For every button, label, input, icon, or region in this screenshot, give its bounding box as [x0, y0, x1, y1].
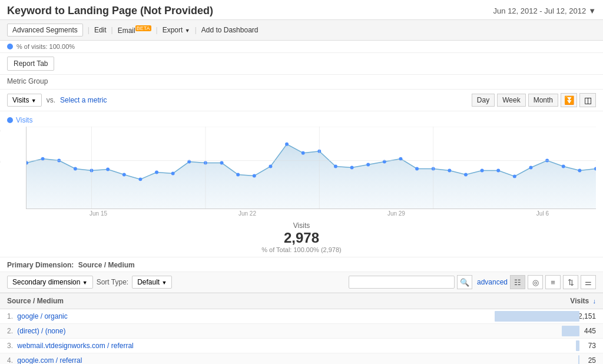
table-row: 4. google.com / referral 25	[0, 353, 603, 365]
svg-point-16	[285, 143, 289, 146]
bar-chart-icon-button[interactable]: ◫	[579, 93, 596, 107]
svg-point-33	[562, 165, 565, 168]
svg-point-26	[448, 168, 451, 172]
sort-type-button[interactable]: Default ▼	[132, 276, 172, 289]
svg-point-24	[415, 167, 419, 171]
svg-point-30	[513, 174, 516, 178]
svg-point-1	[41, 157, 45, 161]
cell-source: 1. google / organic	[0, 309, 470, 324]
x-label-jun29: Jun 29	[387, 210, 405, 217]
cell-source: 3. webmail.vtdesignworks.com / referral	[0, 339, 470, 353]
row-num: 3.	[7, 342, 13, 350]
page-title: Keyword to Landing Page (Not Provided)	[7, 5, 213, 17]
legend-dot	[7, 117, 13, 123]
metric-group-bar: Metric Group	[0, 75, 603, 90]
svg-point-28	[481, 168, 484, 172]
summary-value: 2,978	[7, 230, 596, 246]
source-link[interactable]: webmail.vtdesignworks.com / referral	[17, 342, 133, 350]
summary-metric-name: Visits	[7, 221, 596, 230]
x-label-jun22: Jun 22	[238, 210, 256, 217]
chart-controls: Visits ▼ vs. Select a metric Day Week Mo…	[0, 90, 603, 111]
advanced-segments-button[interactable]: Advanced Segments	[7, 24, 83, 37]
secondary-dim-arrow: ▼	[82, 280, 88, 286]
svg-point-8	[155, 170, 158, 174]
search-input[interactable]	[349, 276, 455, 289]
add-to-dashboard-link[interactable]: Add to Dashboard	[201, 26, 259, 34]
page-header: Keyword to Landing Page (Not Provided) J…	[0, 0, 603, 20]
date-range-text: Jun 12, 2012 - Jul 12, 2012	[493, 6, 587, 15]
toolbar: Advanced Segments | Edit | EmailBETA | E…	[0, 20, 603, 41]
metric-group-label: Metric Group	[7, 77, 48, 85]
segment-dot	[7, 44, 13, 49]
month-button[interactable]: Month	[528, 94, 558, 107]
svg-point-29	[496, 168, 500, 172]
sort-type-arrow: ▼	[162, 280, 167, 286]
cell-source: 2. (direct) / (none)	[0, 324, 470, 339]
svg-point-34	[578, 168, 581, 172]
svg-point-12	[220, 161, 224, 165]
svg-point-9	[171, 171, 175, 175]
source-link[interactable]: google.com / referral	[17, 356, 82, 364]
email-label: Email	[118, 27, 135, 35]
report-tab-button[interactable]: Report Tab	[7, 57, 54, 71]
col-source-medium: Source / Medium	[0, 293, 470, 309]
svg-point-5	[106, 168, 110, 171]
cell-visits: 445	[470, 324, 603, 339]
segment-text: % of visits: 100.00%	[16, 43, 75, 50]
svg-point-19	[334, 165, 337, 168]
sort-icon: ↓	[593, 297, 597, 305]
segment-bar: % of visits: 100.00%	[0, 41, 603, 53]
y-label-200: 200	[0, 128, 1, 134]
svg-point-15	[269, 165, 272, 168]
time-buttons: Day Week Month ⏬ ◫	[472, 93, 596, 107]
sort-type-value: Default	[137, 278, 160, 286]
pie-view-button[interactable]: ◎	[528, 275, 543, 289]
vs-text: vs.	[47, 96, 55, 104]
table-row: 3. webmail.vtdesignworks.com / referral …	[0, 339, 603, 353]
secondary-dim-label: Secondary dimension	[12, 278, 80, 286]
cell-visits: 25	[470, 353, 603, 365]
svg-point-14	[253, 174, 256, 177]
email-link[interactable]: EmailBETA	[118, 25, 151, 35]
advanced-link[interactable]: advanced	[477, 278, 508, 286]
export-link[interactable]: Export ▼	[163, 26, 190, 34]
legend-label: Visits	[16, 116, 32, 124]
pivot-view-button[interactable]: ⇅	[563, 275, 578, 289]
svg-point-31	[529, 166, 533, 170]
week-button[interactable]: Week	[497, 94, 525, 107]
secondary-dimension-button[interactable]: Secondary dimension ▼	[7, 276, 93, 289]
report-tab-section: Report Tab	[0, 53, 603, 75]
day-button[interactable]: Day	[472, 94, 495, 107]
metric-dropdown[interactable]: Visits ▼	[7, 94, 42, 107]
line-chart-icon-button[interactable]: ⏬	[561, 93, 577, 107]
row-num: 2.	[7, 327, 13, 335]
source-link[interactable]: google / organic	[17, 312, 67, 320]
cell-visits: 2,151	[470, 309, 603, 324]
svg-point-21	[366, 163, 370, 167]
table-row: 1. google / organic 2,151	[0, 309, 603, 324]
y-label-100: 100	[0, 159, 1, 166]
metric-arrow: ▼	[31, 98, 37, 104]
sort-type-label: Sort Type:	[97, 278, 128, 286]
col-visits: Visits ↓	[470, 293, 603, 309]
visits-legend: Visits	[7, 116, 596, 124]
svg-point-23	[399, 157, 402, 161]
export-label: Export	[163, 26, 183, 34]
svg-point-7	[138, 177, 142, 181]
svg-point-3	[74, 167, 77, 171]
table-view-button[interactable]: ☷	[510, 275, 525, 289]
svg-point-17	[302, 151, 305, 155]
summary-section: Visits 2,978 % of Total: 100.00% (2,978)	[0, 217, 603, 257]
primary-dimension-bar: Primary Dimension: Source / Medium	[0, 257, 603, 272]
search-button[interactable]: 🔍	[457, 275, 472, 289]
date-range: Jun 12, 2012 - Jul 12, 2012 ▼	[493, 6, 596, 15]
custom-view-button[interactable]: ⚌	[581, 275, 596, 289]
row-num: 4.	[7, 356, 13, 364]
edit-link[interactable]: Edit	[94, 26, 107, 34]
visits-chart	[26, 127, 596, 209]
select-metric-link[interactable]: Select a metric	[60, 96, 107, 104]
bar-view-button[interactable]: ≡	[545, 275, 561, 289]
table-controls-left: Secondary dimension ▼ Sort Type: Default…	[7, 276, 172, 289]
export-arrow: ▼	[185, 28, 190, 34]
source-link[interactable]: (direct) / (none)	[17, 327, 65, 335]
